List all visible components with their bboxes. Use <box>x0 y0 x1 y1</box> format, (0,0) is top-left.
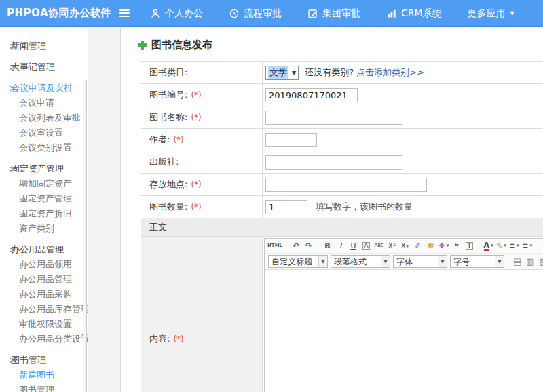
editor-align-left-icon[interactable]: ▤ <box>512 256 523 267</box>
editor-italic-icon[interactable]: I <box>335 240 346 252</box>
editor-custom-title-select[interactable]: 自定义标题▼ <box>268 255 328 268</box>
sidebar-section-books[interactable]: >图书管理 <box>0 353 83 368</box>
toolbar-separator <box>479 241 479 251</box>
sidebar-item[interactable]: —会议室设置 <box>0 125 83 140</box>
sidebar-item-label: 新建图书 <box>19 370 54 380</box>
editor-highlight-icon[interactable]: ✎▾ <box>495 240 507 252</box>
editor-subscript-icon[interactable]: X₂ <box>399 240 411 252</box>
caret-down-icon: ▾ <box>504 243 506 248</box>
editor-cell: HTML↶↷BIUAABCX²X₂✐✻❖▾❝TA▾✎▾≡▾≡▾ 自定义标题▼段落… <box>263 237 543 392</box>
editor-emoticon-icon[interactable]: ❖▾ <box>438 240 449 252</box>
sidebar-item-label: 会议申请 <box>19 98 54 108</box>
required-mark: (*) <box>191 180 201 189</box>
top-nav-item-workflow-approval[interactable]: 流程审批 <box>229 7 282 20</box>
page-title-row: 图书信息发布 <box>121 28 543 61</box>
sidebar-section-memorabilia[interactable]: >大事记管理 <box>0 60 83 75</box>
sidebar-item[interactable]: —图书管理 <box>0 383 83 392</box>
sidebar-item-label: 办公用品库存管理 <box>19 304 90 314</box>
editor-align-center-icon[interactable]: ▥ <box>525 256 536 267</box>
editor-source-code-icon[interactable]: HTML <box>267 240 282 252</box>
editor-undo-icon[interactable]: ↶ <box>290 240 301 252</box>
editor-paste-text-icon[interactable]: T <box>464 240 475 252</box>
caret-down-icon: ▾ <box>447 243 449 248</box>
book-name-input[interactable] <box>265 111 402 125</box>
top-nav-item-personal-office[interactable]: 个人办公 <box>150 7 203 20</box>
sidebar-item[interactable]: —会议类别设置 <box>0 140 83 155</box>
field-label-cell: 图书名称:(*) <box>141 106 263 128</box>
top-nav-item-group-approval[interactable]: 集团审批 <box>307 7 360 20</box>
sidebar-section-label: 办公用品管理 <box>11 244 64 254</box>
editor-font-color-icon[interactable]: A▾ <box>483 240 494 252</box>
top-nav-item-crm-system[interactable]: CRM系统 <box>386 7 442 20</box>
sidebar-item[interactable]: —办公用品管理 <box>0 272 83 287</box>
editor-strikethrough-icon[interactable]: ABC <box>373 240 385 252</box>
caret-down-icon: ▼ <box>438 256 447 267</box>
caret-down-icon: ▼ <box>510 10 514 16</box>
editor-clear-format-icon[interactable]: ✻ <box>425 240 436 252</box>
book-form: 图书类目: 文学 ▼ 还没有类别? 点击添加类别>> 图书编号:(*)图书名称:… <box>141 61 543 392</box>
sidebar-item-label: 办公用品分类设置 <box>19 334 90 344</box>
sidebar-item[interactable]: —办公用品采购 <box>0 287 83 302</box>
editor-ordered-list-icon[interactable]: ≡▾ <box>508 240 520 252</box>
sidebar-item[interactable]: —办公用品库存管理 <box>0 302 83 317</box>
sidebar-item[interactable]: —办公用品分类设置 <box>0 332 83 347</box>
field-cell <box>263 174 543 195</box>
dash-icon: — <box>0 317 19 332</box>
book-number-input[interactable] <box>265 88 358 102</box>
editor-font-size-select[interactable]: 字号▼ <box>450 255 504 268</box>
form-row-category: 图书类目: 文学 ▼ 还没有类别? 点击添加类别>> <box>141 62 543 84</box>
category-select[interactable]: 文学 ▼ <box>265 66 299 80</box>
app-logo[interactable]: PHPOA协同办公软件 <box>0 7 114 20</box>
field-cell: 文学 ▼ 还没有类别? 点击添加类别>> <box>263 62 543 83</box>
dash-icon: — <box>0 258 19 273</box>
editor-redo-icon[interactable]: ↷ <box>303 240 314 252</box>
editor-superscript-icon[interactable]: X² <box>386 240 398 252</box>
rich-text-editor: HTML↶↷BIUAABCX²X₂✐✻❖▾❝TA▾✎▾≡▾≡▾ 自定义标题▼段落… <box>264 238 543 392</box>
field-cell: 填写数字，该图书的数量 <box>263 196 543 218</box>
editor-align-right-icon[interactable]: ▧ <box>538 256 543 267</box>
publisher-input[interactable] <box>265 155 402 170</box>
sidebar-item[interactable]: —会议列表及审批 <box>0 111 83 125</box>
storage-location-input[interactable] <box>265 178 427 192</box>
sidebar-item[interactable]: —资产类别 <box>0 221 83 236</box>
dash-icon: — <box>0 222 19 237</box>
editor-font-style-icon[interactable]: A <box>360 240 372 252</box>
chevron-right-icon: > <box>0 37 11 56</box>
field-label-cell: 出版社: <box>141 151 263 173</box>
book-quantity-input[interactable] <box>265 200 307 214</box>
form-row-book-name: 图书名称:(*) <box>141 106 543 129</box>
sidebar-scrollbar[interactable] <box>83 80 87 392</box>
author-input[interactable] <box>265 133 317 147</box>
sidebar-section-fixed-assets[interactable]: >固定资产管理 <box>0 161 83 176</box>
editor-bold-icon[interactable]: B <box>322 240 333 252</box>
editor-paragraph-format-select[interactable]: 段落格式▼ <box>331 255 390 268</box>
form-row-publisher: 出版社: <box>141 151 543 174</box>
field-cell <box>263 84 543 106</box>
sidebar-section-office-supplies[interactable]: >办公用品管理 <box>0 242 83 257</box>
form-row-book-number: 图书编号:(*) <box>141 84 543 106</box>
add-category-link[interactable]: 点击添加类别>> <box>356 66 424 79</box>
sidebar-section-news[interactable]: >新闻管理 <box>0 39 83 54</box>
sidebar-item-label: 办公用品领用 <box>19 259 72 269</box>
editor-blockquote-icon[interactable]: ❝ <box>451 240 462 252</box>
sidebar-item[interactable]: —固定资产管理 <box>0 191 83 206</box>
dash-icon: — <box>0 332 19 347</box>
editor-unordered-list-icon[interactable]: ≡▾ <box>521 240 533 252</box>
editor-underline-icon[interactable]: U <box>348 240 359 252</box>
sidebar-section-label: 图书管理 <box>11 355 46 365</box>
field-label: 图书名称: <box>149 111 187 123</box>
sidebar-item-label: 会议列表及审批 <box>19 113 81 123</box>
sidebar-item[interactable]: —固定资产折旧 <box>0 206 83 221</box>
hamburger-menu-icon[interactable] <box>119 9 130 18</box>
editor-remove-format-icon[interactable]: ✐ <box>412 240 424 252</box>
dash-icon: — <box>0 141 19 156</box>
sidebar-item[interactable]: —审批权限设置 <box>0 317 83 332</box>
top-nav-item-more-apps[interactable]: 更多应用▼ <box>468 7 514 20</box>
dash-icon: — <box>0 273 19 288</box>
sidebar-section-meeting[interactable]: >会议申请及安排 <box>0 81 83 96</box>
editor-font-family-select[interactable]: 字体▼ <box>393 255 447 268</box>
caret-down-icon: ▼ <box>381 256 390 267</box>
content-label: 内容: <box>149 333 170 345</box>
editor-content-area[interactable] <box>265 270 543 392</box>
dash-icon: — <box>0 177 19 192</box>
